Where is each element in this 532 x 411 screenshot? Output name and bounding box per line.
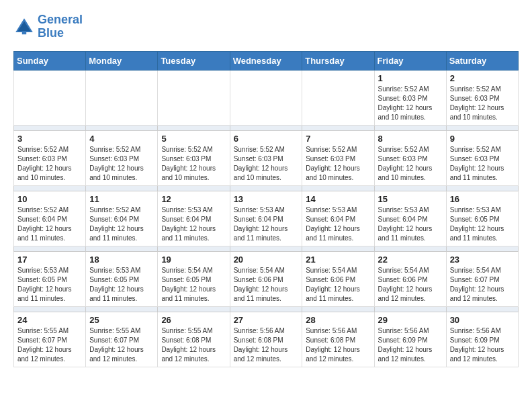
- calendar-spacer-row: [14, 306, 519, 312]
- day-info: Sunrise: 5:53 AM Sunset: 6:05 PM Dayligh…: [89, 266, 154, 304]
- calendar-cell: 19Sunrise: 5:54 AM Sunset: 6:05 PM Dayli…: [158, 251, 230, 306]
- spacer-cell: [230, 246, 302, 251]
- spacer-cell: [158, 185, 230, 191]
- calendar-cell: 24Sunrise: 5:55 AM Sunset: 6:07 PM Dayli…: [14, 312, 86, 367]
- day-info: Sunrise: 5:56 AM Sunset: 6:08 PM Dayligh…: [234, 326, 299, 364]
- day-info: Sunrise: 5:53 AM Sunset: 6:04 PM Dayligh…: [378, 205, 443, 243]
- day-number: 8: [378, 134, 443, 144]
- day-number: 28: [306, 315, 370, 325]
- calendar-header-thursday: Thursday: [302, 51, 374, 70]
- day-info: Sunrise: 5:54 AM Sunset: 6:06 PM Dayligh…: [378, 266, 443, 304]
- calendar-cell: [230, 70, 302, 125]
- day-info: Sunrise: 5:52 AM Sunset: 6:04 PM Dayligh…: [17, 205, 82, 243]
- calendar-cell: 7Sunrise: 5:52 AM Sunset: 6:03 PM Daylig…: [302, 130, 374, 185]
- calendar-header-monday: Monday: [86, 51, 158, 70]
- calendar-cell: 14Sunrise: 5:53 AM Sunset: 6:04 PM Dayli…: [302, 191, 374, 246]
- calendar-cell: [14, 70, 86, 125]
- page-header: General Blue: [13, 13, 519, 40]
- day-number: 3: [17, 134, 82, 144]
- day-info: Sunrise: 5:56 AM Sunset: 6:09 PM Dayligh…: [450, 326, 515, 364]
- logo-text: General Blue: [38, 13, 83, 40]
- spacer-cell: [14, 306, 86, 312]
- day-info: Sunrise: 5:53 AM Sunset: 6:05 PM Dayligh…: [450, 205, 515, 243]
- day-number: 17: [17, 255, 82, 265]
- day-number: 10: [17, 194, 82, 204]
- logo: General Blue: [13, 13, 83, 40]
- day-info: Sunrise: 5:53 AM Sunset: 6:04 PM Dayligh…: [306, 205, 370, 243]
- day-number: 7: [306, 134, 370, 144]
- calendar-week-row: 17Sunrise: 5:53 AM Sunset: 6:05 PM Dayli…: [14, 251, 519, 306]
- calendar-cell: [158, 70, 230, 125]
- day-number: 9: [450, 134, 515, 144]
- day-number: 18: [89, 255, 154, 265]
- calendar-header-row: SundayMondayTuesdayWednesdayThursdayFrid…: [14, 51, 519, 70]
- spacer-cell: [14, 185, 86, 191]
- day-number: 27: [234, 315, 299, 325]
- day-info: Sunrise: 5:52 AM Sunset: 6:04 PM Dayligh…: [89, 205, 154, 243]
- calendar-spacer-row: [14, 185, 519, 191]
- calendar-cell: 10Sunrise: 5:52 AM Sunset: 6:04 PM Dayli…: [14, 191, 86, 246]
- day-number: 23: [450, 255, 515, 265]
- calendar-week-row: 24Sunrise: 5:55 AM Sunset: 6:07 PM Dayli…: [14, 312, 519, 367]
- day-number: 24: [17, 315, 82, 325]
- day-number: 21: [306, 255, 370, 265]
- calendar-cell: 3Sunrise: 5:52 AM Sunset: 6:03 PM Daylig…: [14, 130, 86, 185]
- calendar-cell: 25Sunrise: 5:55 AM Sunset: 6:07 PM Dayli…: [86, 312, 158, 367]
- spacer-cell: [230, 306, 302, 312]
- calendar-cell: 16Sunrise: 5:53 AM Sunset: 6:05 PM Dayli…: [446, 191, 518, 246]
- day-number: 14: [306, 194, 370, 204]
- calendar-spacer-row: [14, 246, 519, 251]
- spacer-cell: [374, 125, 446, 130]
- day-info: Sunrise: 5:52 AM Sunset: 6:03 PM Dayligh…: [234, 145, 299, 183]
- calendar-cell: 6Sunrise: 5:52 AM Sunset: 6:03 PM Daylig…: [230, 130, 302, 185]
- calendar-cell: 17Sunrise: 5:53 AM Sunset: 6:05 PM Dayli…: [14, 251, 86, 306]
- calendar-cell: 26Sunrise: 5:55 AM Sunset: 6:08 PM Dayli…: [158, 312, 230, 367]
- spacer-cell: [86, 185, 158, 191]
- logo-icon: [13, 16, 35, 38]
- spacer-cell: [230, 125, 302, 130]
- spacer-cell: [86, 125, 158, 130]
- day-info: Sunrise: 5:55 AM Sunset: 6:08 PM Dayligh…: [161, 326, 226, 364]
- calendar-cell: 30Sunrise: 5:56 AM Sunset: 6:09 PM Dayli…: [446, 312, 518, 367]
- calendar-cell: 2Sunrise: 5:52 AM Sunset: 6:03 PM Daylig…: [446, 70, 518, 125]
- spacer-cell: [446, 125, 518, 130]
- day-info: Sunrise: 5:53 AM Sunset: 6:05 PM Dayligh…: [17, 266, 82, 304]
- calendar-week-row: 3Sunrise: 5:52 AM Sunset: 6:03 PM Daylig…: [14, 130, 519, 185]
- calendar-cell: 18Sunrise: 5:53 AM Sunset: 6:05 PM Dayli…: [86, 251, 158, 306]
- day-info: Sunrise: 5:54 AM Sunset: 6:07 PM Dayligh…: [450, 266, 515, 304]
- calendar-cell: 15Sunrise: 5:53 AM Sunset: 6:04 PM Dayli…: [374, 191, 446, 246]
- spacer-cell: [446, 246, 518, 251]
- day-number: 30: [450, 315, 515, 325]
- calendar-table: SundayMondayTuesdayWednesdayThursdayFrid…: [13, 51, 519, 367]
- calendar-cell: 11Sunrise: 5:52 AM Sunset: 6:04 PM Dayli…: [86, 191, 158, 246]
- day-number: 16: [450, 194, 515, 204]
- day-info: Sunrise: 5:52 AM Sunset: 6:03 PM Dayligh…: [89, 145, 154, 183]
- spacer-cell: [302, 185, 374, 191]
- day-info: Sunrise: 5:52 AM Sunset: 6:03 PM Dayligh…: [306, 145, 370, 183]
- day-info: Sunrise: 5:55 AM Sunset: 6:07 PM Dayligh…: [89, 326, 154, 364]
- spacer-cell: [302, 306, 374, 312]
- day-info: Sunrise: 5:56 AM Sunset: 6:08 PM Dayligh…: [306, 326, 370, 364]
- spacer-cell: [302, 246, 374, 251]
- calendar-cell: 8Sunrise: 5:52 AM Sunset: 6:03 PM Daylig…: [374, 130, 446, 185]
- spacer-cell: [302, 125, 374, 130]
- spacer-cell: [158, 306, 230, 312]
- day-info: Sunrise: 5:54 AM Sunset: 6:06 PM Dayligh…: [234, 266, 299, 304]
- day-number: 2: [450, 73, 515, 83]
- calendar-cell: 13Sunrise: 5:53 AM Sunset: 6:04 PM Dayli…: [230, 191, 302, 246]
- spacer-cell: [158, 125, 230, 130]
- calendar-cell: 4Sunrise: 5:52 AM Sunset: 6:03 PM Daylig…: [86, 130, 158, 185]
- day-number: 26: [161, 315, 226, 325]
- day-info: Sunrise: 5:52 AM Sunset: 6:03 PM Dayligh…: [17, 145, 82, 183]
- calendar-cell: 27Sunrise: 5:56 AM Sunset: 6:08 PM Dayli…: [230, 312, 302, 367]
- day-info: Sunrise: 5:55 AM Sunset: 6:07 PM Dayligh…: [17, 326, 82, 364]
- spacer-cell: [230, 185, 302, 191]
- calendar-cell: 12Sunrise: 5:53 AM Sunset: 6:04 PM Dayli…: [158, 191, 230, 246]
- calendar-cell: 21Sunrise: 5:54 AM Sunset: 6:06 PM Dayli…: [302, 251, 374, 306]
- day-number: 6: [234, 134, 299, 144]
- calendar-header-sunday: Sunday: [14, 51, 86, 70]
- day-number: 4: [89, 134, 154, 144]
- day-info: Sunrise: 5:52 AM Sunset: 6:03 PM Dayligh…: [161, 145, 226, 183]
- calendar-header-friday: Friday: [374, 51, 446, 70]
- day-info: Sunrise: 5:56 AM Sunset: 6:09 PM Dayligh…: [378, 326, 443, 364]
